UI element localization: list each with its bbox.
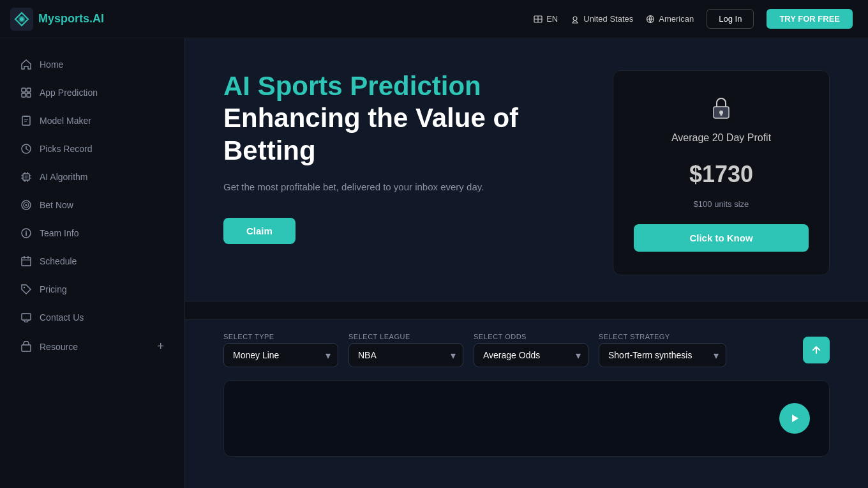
svg-rect-21	[22, 345, 31, 351]
select-type-wrapper: Money Line Spread Total	[223, 343, 338, 367]
hero-text: AI Sports Prediction Enhancing the Value…	[223, 70, 597, 244]
sidebar-item-team-info[interactable]: Team Info	[5, 220, 179, 246]
sidebar-item-resource[interactable]: Resource +	[5, 333, 179, 360]
select-league-label: Select league	[348, 333, 463, 340]
select-odds-label: Select Odds	[474, 333, 588, 340]
svg-rect-8	[22, 93, 26, 97]
scroll-top-button[interactable]	[803, 337, 830, 363]
select-league-wrapper: NBA NFL MLB NHL	[348, 343, 463, 367]
clipboard-icon	[20, 115, 32, 126]
sidebar-item-contact-us[interactable]: Contact Us	[5, 305, 179, 330]
select-type-group: Select Type Money Line Spread Total	[223, 333, 338, 367]
sidebar-item-picks-record[interactable]: Picks Record	[5, 136, 179, 162]
logo-icon	[10, 8, 33, 31]
profit-unit: $100 units size	[694, 199, 749, 209]
sidebar: Home App Prediction Model Maker Picks Re…	[0, 38, 185, 488]
select-type-label: Select Type	[223, 333, 338, 340]
click-to-know-button[interactable]: Click to Know	[634, 224, 809, 252]
main-content: AI Sports Prediction Enhancing the Value…	[185, 38, 868, 488]
svg-point-4	[573, 17, 577, 20]
arrow-up-icon	[811, 344, 822, 356]
try-free-button[interactable]: TRY FOR FREE	[767, 9, 853, 29]
message-icon	[20, 312, 32, 323]
target-icon	[20, 199, 32, 211]
filter-bar: Select Type Money Line Spread Total Sele…	[185, 320, 868, 380]
grid-icon	[20, 87, 32, 98]
logo-text: Mysports.AI	[38, 12, 104, 26]
select-odds-input[interactable]: Average Odds Best Odds Worst Odds	[474, 343, 588, 367]
svg-rect-9	[27, 93, 31, 97]
layout: Home App Prediction Model Maker Picks Re…	[0, 38, 868, 488]
select-strategy-group: Select Strategy Short-Term synthesis Lon…	[599, 333, 726, 367]
box-icon	[20, 341, 32, 353]
profit-label: Average 20 Day Profit	[671, 132, 771, 144]
home-icon	[20, 59, 32, 70]
clock-icon	[20, 143, 32, 155]
svg-point-16	[26, 204, 27, 206]
sidebar-item-model-maker[interactable]: Model Maker	[5, 108, 179, 133]
svg-rect-24	[721, 113, 722, 116]
select-league-input[interactable]: NBA NFL MLB NHL	[348, 343, 463, 367]
svg-rect-10	[22, 116, 30, 125]
divider-band	[185, 301, 868, 320]
svg-marker-25	[792, 415, 798, 422]
select-odds-wrapper: Average Odds Best Odds Worst Odds	[474, 343, 588, 367]
login-button[interactable]: Log In	[707, 9, 754, 29]
sidebar-item-schedule[interactable]: Schedule	[5, 248, 179, 274]
logo[interactable]: Mysports.AI	[10, 8, 104, 31]
resource-plus-icon[interactable]: +	[157, 340, 164, 353]
info-icon	[20, 227, 32, 239]
play-icon	[789, 413, 800, 424]
svg-rect-6	[22, 88, 26, 92]
play-button[interactable]	[779, 403, 810, 434]
topnav: Mysports.AI EN United States American Lo…	[0, 0, 868, 38]
lock-icon	[707, 94, 735, 122]
location-icon	[571, 15, 580, 24]
sidebar-item-app-prediction[interactable]: App Prediction	[5, 80, 179, 105]
hero-title: AI Sports Prediction Enhancing the Value…	[223, 70, 597, 167]
select-odds-group: Select Odds Average Odds Best Odds Worst…	[474, 333, 588, 367]
svg-rect-13	[25, 176, 28, 179]
cpu-icon	[20, 171, 32, 183]
sidebar-item-bet-now[interactable]: Bet Now	[5, 192, 179, 218]
svg-rect-7	[27, 88, 31, 92]
odds-selector[interactable]: American	[646, 14, 694, 24]
claim-button[interactable]: Claim	[223, 218, 296, 244]
tag-icon	[20, 284, 32, 295]
svg-point-2	[20, 17, 24, 21]
hero-subtitle: Get the most profitable bet, delivered t…	[223, 179, 597, 195]
hero-section: AI Sports Prediction Enhancing the Value…	[185, 38, 868, 301]
svg-rect-18	[22, 257, 31, 266]
language-selector[interactable]: EN	[534, 14, 558, 24]
country-selector[interactable]: United States	[571, 14, 633, 24]
svg-point-19	[24, 287, 25, 288]
globe-icon	[646, 15, 655, 24]
select-strategy-label: Select Strategy	[599, 333, 726, 340]
select-strategy-input[interactable]: Short-Term synthesis Long-Term synthesis	[599, 343, 726, 367]
sidebar-item-ai-algorithm[interactable]: AI Algorithm	[5, 164, 179, 190]
sidebar-item-pricing[interactable]: Pricing	[5, 277, 179, 302]
sidebar-item-home[interactable]: Home	[5, 52, 179, 77]
select-type-input[interactable]: Money Line Spread Total	[223, 343, 338, 367]
select-league-group: Select league NBA NFL MLB NHL	[348, 333, 463, 367]
nav-right: EN United States American Log In TRY FOR…	[534, 9, 853, 29]
profit-card: Average 20 Day Profit $1730 $100 units s…	[613, 70, 830, 275]
video-preview-area	[223, 380, 830, 457]
profit-amount: $1730	[689, 154, 753, 189]
language-icon	[534, 15, 542, 24]
calendar-icon	[20, 255, 32, 267]
select-strategy-wrapper: Short-Term synthesis Long-Term synthesis	[599, 343, 726, 367]
svg-rect-20	[22, 314, 31, 320]
